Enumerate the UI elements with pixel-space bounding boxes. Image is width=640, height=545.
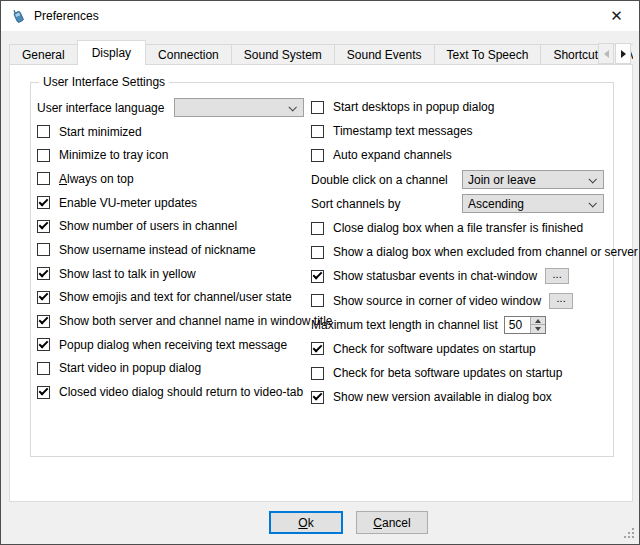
checkbox-row-statusbar-events: Show statusbar events in chat-window ... xyxy=(311,264,629,288)
title-bar[interactable]: Preferences ✕ xyxy=(1,1,639,31)
group-title: User Interface Settings xyxy=(39,75,169,89)
checkbox-label[interactable]: Show a dialog box when excluded from cha… xyxy=(333,245,638,259)
tab-connection[interactable]: Connection xyxy=(145,44,232,65)
checkbox[interactable] xyxy=(37,149,50,162)
double-click-select[interactable]: Join or leave xyxy=(462,170,604,189)
checkbox[interactable] xyxy=(311,367,324,380)
checkbox-label[interactable]: Show new version available in dialog box xyxy=(333,390,552,404)
checkbox-label[interactable]: Start desktops in popup dialog xyxy=(333,100,494,114)
tab-sound-events[interactable]: Sound Events xyxy=(334,44,435,65)
video-source-more-button[interactable]: ... xyxy=(549,293,573,309)
checkbox-label[interactable]: Show both server and channel name in win… xyxy=(59,314,333,328)
checkbox-label[interactable]: Start video in popup dialog xyxy=(59,361,201,375)
checkbox[interactable] xyxy=(311,391,324,404)
checkbox-row-new-version-dialog: Show new version available in dialog box xyxy=(311,385,629,409)
checkbox-label[interactable]: Close dialog box when a file transfer is… xyxy=(333,221,583,235)
checkbox-row-beta-updates: Check for beta software updates on start… xyxy=(311,361,629,385)
max-text-length-label: Maximum text length in channel list xyxy=(311,318,498,332)
checkbox-label[interactable]: Timestamp text messages xyxy=(333,124,473,138)
arrow-right-icon xyxy=(621,50,626,58)
checkbox-row-software-updates: Check for software updates on startup xyxy=(311,337,629,361)
checkbox-row-last-to-talk: Show last to talk in yellow xyxy=(37,262,309,286)
sort-channels-select[interactable]: Ascending xyxy=(462,194,604,213)
checkbox-row-show-user-count: Show number of users in channel xyxy=(37,214,309,238)
cancel-button[interactable]: Cancel xyxy=(356,511,428,534)
checkbox[interactable] xyxy=(311,222,324,235)
checkbox-label[interactable]: Show last to talk in yellow xyxy=(59,267,196,281)
tab-general[interactable]: General xyxy=(9,44,78,65)
resize-grip[interactable] xyxy=(623,528,635,540)
checkbox[interactable] xyxy=(37,315,50,328)
checkbox[interactable] xyxy=(311,101,324,114)
checkbox[interactable] xyxy=(311,149,324,162)
checkbox-label[interactable]: Show number of users in channel xyxy=(59,219,237,233)
checkbox[interactable] xyxy=(37,196,50,209)
checkbox[interactable] xyxy=(37,125,50,138)
checkbox-row-window-title: Show both server and channel name in win… xyxy=(37,309,309,333)
max-text-length-spinner[interactable]: 50 xyxy=(504,316,546,334)
checkbox-label[interactable]: Auto expand channels xyxy=(333,148,452,162)
checkbox-label[interactable]: Show statusbar events in chat-window xyxy=(333,269,537,283)
tab-scroll-right-button[interactable] xyxy=(615,43,631,64)
tab-text-to-speech[interactable]: Text To Speech xyxy=(434,44,542,65)
checkbox[interactable] xyxy=(311,125,324,138)
checkbox-row-minimize-to-tray: Minimize to tray icon xyxy=(37,143,309,167)
checkbox[interactable] xyxy=(37,172,50,185)
checkbox-row-always-on-top: Always on top xyxy=(37,167,309,191)
checkbox-row-video-popup: Start video in popup dialog xyxy=(37,357,309,381)
checkbox-label[interactable]: Start minimized xyxy=(59,125,142,139)
checkbox[interactable] xyxy=(311,342,324,355)
tab-scrollers xyxy=(598,43,631,64)
display-tab-page: User Interface Settings User interface l… xyxy=(9,64,633,502)
language-row: User interface language xyxy=(37,96,309,120)
arrow-up-icon xyxy=(535,319,541,323)
statusbar-events-more-button[interactable]: ... xyxy=(545,268,569,284)
checkbox-row-timestamp: Timestamp text messages xyxy=(311,119,629,143)
tab-sound-system[interactable]: Sound System xyxy=(231,44,335,65)
chevron-down-icon xyxy=(288,103,296,111)
checkbox[interactable] xyxy=(37,338,50,351)
checkbox[interactable] xyxy=(37,362,50,375)
checkbox[interactable] xyxy=(311,294,324,307)
spinner-value[interactable]: 50 xyxy=(505,317,530,333)
checkbox-row-start-minimized: Start minimized xyxy=(37,120,309,144)
language-select[interactable] xyxy=(174,98,304,117)
spinner-arrows xyxy=(530,317,545,333)
checkbox-label[interactable]: Show source in corner of video window xyxy=(333,294,541,308)
tab-display[interactable]: Display xyxy=(77,40,146,65)
checkbox-row-video-source-corner: Show source in corner of video window ..… xyxy=(311,289,629,313)
checkbox-row-closed-video: Closed video dialog should return to vid… xyxy=(37,380,309,404)
checkbox[interactable] xyxy=(37,243,50,256)
language-label: User interface language xyxy=(37,101,164,115)
double-click-value: Join or leave xyxy=(468,173,536,187)
close-button[interactable]: ✕ xyxy=(594,1,639,31)
checkbox[interactable] xyxy=(311,270,324,283)
checkbox[interactable] xyxy=(37,220,50,233)
checkbox-label[interactable]: Enable VU-meter updates xyxy=(59,196,197,210)
double-click-label: Double click on a channel xyxy=(311,173,448,187)
checkbox[interactable] xyxy=(37,386,50,399)
checkbox[interactable] xyxy=(311,246,324,259)
checkbox-label[interactable]: Always on top xyxy=(59,172,134,186)
checkbox-label[interactable]: Closed video dialog should return to vid… xyxy=(59,385,303,399)
arrow-left-icon xyxy=(604,50,609,58)
checkbox-label[interactable]: Show username instead of nickname xyxy=(59,243,256,257)
checkbox[interactable] xyxy=(37,267,50,280)
checkbox-label[interactable]: Popup dialog when receiving text message xyxy=(59,338,287,352)
spinner-down-button[interactable] xyxy=(531,324,545,333)
max-text-length-row: Maximum text length in channel list 50 xyxy=(311,313,629,337)
checkbox-row-excluded-dialog: Show a dialog box when excluded from cha… xyxy=(311,240,629,264)
checkbox-row-emojis: Show emojis and text for channel/user st… xyxy=(37,286,309,310)
checkbox-row-close-on-transfer: Close dialog box when a file transfer is… xyxy=(311,216,629,240)
checkbox-label[interactable]: Check for software updates on startup xyxy=(333,342,536,356)
ok-button[interactable]: Ok xyxy=(269,511,343,534)
tab-scroll-left-button[interactable] xyxy=(598,43,614,64)
checkbox-label[interactable]: Show emojis and text for channel/user st… xyxy=(59,290,292,304)
checkbox[interactable] xyxy=(37,291,50,304)
left-column: User interface language Start minimized … xyxy=(37,96,309,404)
checkbox-label[interactable]: Check for beta software updates on start… xyxy=(333,366,562,380)
spinner-up-button[interactable] xyxy=(531,317,545,325)
checkbox-label[interactable]: Minimize to tray icon xyxy=(59,148,168,162)
window-title: Preferences xyxy=(34,9,99,23)
checkbox-row-show-username: Show username instead of nickname xyxy=(37,238,309,262)
